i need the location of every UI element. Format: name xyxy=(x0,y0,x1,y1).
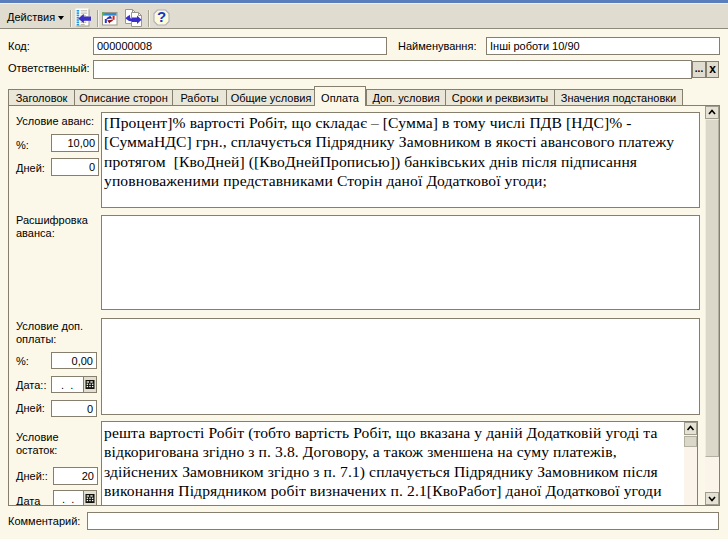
svg-text:?: ? xyxy=(157,9,166,25)
